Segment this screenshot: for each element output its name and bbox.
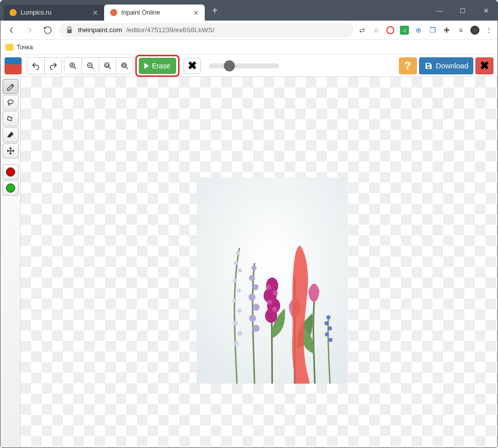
svg-point-16 xyxy=(237,331,242,336)
back-button[interactable] xyxy=(5,23,19,37)
svg-point-13 xyxy=(232,299,236,303)
svg-point-22 xyxy=(253,304,260,311)
zoom-fit-button[interactable] xyxy=(116,58,133,74)
save-icon xyxy=(424,61,433,70)
avatar-icon[interactable] xyxy=(470,26,479,35)
help-button[interactable]: ? xyxy=(399,57,417,74)
lock-icon xyxy=(65,26,74,35)
opera-ext-icon[interactable] xyxy=(386,26,395,35)
svg-point-32 xyxy=(272,307,277,312)
svg-point-35 xyxy=(328,326,332,330)
erase-button[interactable]: Erase xyxy=(139,58,176,74)
svg-point-4 xyxy=(122,63,126,67)
polygon-tool[interactable] xyxy=(3,111,19,126)
mask-green-color[interactable] xyxy=(3,181,19,196)
slider-thumb[interactable] xyxy=(224,60,235,71)
tab-lumpics[interactable]: Lumpics.ru ✕ xyxy=(4,5,104,21)
url-path: /editor/4751239/ex6S6LkWS/ xyxy=(126,26,215,34)
playlist-ext-icon[interactable]: ≡ xyxy=(456,26,465,35)
url-host: theinpaint.com xyxy=(78,26,122,34)
app-toolbar: 1:1 Erase ✖ ? Download ✖ xyxy=(1,55,497,77)
undo-button[interactable] xyxy=(27,58,44,74)
svg-point-20 xyxy=(253,284,259,290)
minimize-button[interactable]: — xyxy=(428,1,451,21)
svg-point-11 xyxy=(233,279,237,283)
erase-label: Erase xyxy=(152,62,171,70)
svg-point-10 xyxy=(238,268,242,273)
puzzle-ext-icon[interactable]: ✚ xyxy=(442,26,451,35)
cancel-button[interactable]: ✖ xyxy=(184,58,201,74)
svg-point-17 xyxy=(233,341,238,346)
close-tab-icon[interactable]: ✕ xyxy=(93,9,98,17)
menu-icon[interactable]: ⋮ xyxy=(484,26,493,35)
tab-inpaint[interactable]: Inpaint Online ✕ xyxy=(104,5,205,21)
svg-point-23 xyxy=(249,315,256,322)
brush-size-slider[interactable] xyxy=(209,63,279,68)
svg-point-19 xyxy=(249,275,255,281)
tool-sidebar xyxy=(1,77,21,448)
zoom-in-button[interactable] xyxy=(64,58,81,74)
close-tab-icon[interactable]: ✕ xyxy=(193,9,199,17)
workspace xyxy=(1,77,497,448)
zoom-1to1-button[interactable]: 1:1 xyxy=(99,58,116,74)
favicon-lumpics-icon xyxy=(10,9,17,16)
translate-icon[interactable]: ⇄ xyxy=(358,26,367,35)
svg-point-12 xyxy=(237,289,241,293)
tab-title: Inpaint Online xyxy=(121,9,160,16)
redo-button[interactable] xyxy=(44,58,61,74)
window-controls: — ☐ ✕ xyxy=(428,1,497,21)
favicon-inpaint-icon xyxy=(110,9,117,16)
play-icon xyxy=(144,63,149,69)
lasso-tool[interactable] xyxy=(3,95,19,110)
svg-point-33 xyxy=(326,315,330,319)
erase-highlight: Erase xyxy=(135,55,180,77)
svg-point-37 xyxy=(328,338,333,342)
svg-point-18 xyxy=(252,265,257,271)
close-app-button[interactable]: ✖ xyxy=(475,57,493,74)
cube-ext-icon[interactable]: ❒ xyxy=(428,26,437,35)
marker-tool[interactable] xyxy=(3,79,19,94)
svg-point-5 xyxy=(8,100,13,104)
maximize-button[interactable]: ☐ xyxy=(451,1,474,21)
window-titlebar: Lumpics.ru ✕ Inpaint Online ✕ + — ☐ ✕ xyxy=(1,1,497,21)
eraser-tool[interactable] xyxy=(3,127,19,142)
svg-point-15 xyxy=(233,321,238,326)
forward-button[interactable] xyxy=(23,23,37,37)
tab-title: Lumpics.ru xyxy=(21,9,51,16)
svg-text:1:1: 1:1 xyxy=(105,63,109,66)
bookmarks-bar: Точка xyxy=(1,40,497,55)
svg-point-9 xyxy=(234,261,238,265)
new-tab-button[interactable]: + xyxy=(208,4,222,18)
mask-red-color[interactable] xyxy=(3,164,19,180)
reload-button[interactable] xyxy=(41,23,55,37)
svg-point-8 xyxy=(236,251,240,255)
canvas-area[interactable] xyxy=(21,77,497,448)
download-button[interactable]: Download xyxy=(419,57,474,74)
star-icon[interactable]: ☆ xyxy=(372,26,381,35)
app-logo-icon xyxy=(5,57,22,74)
url-field[interactable]: theinpaint.com/editor/4751239/ex6S6LkWS/ xyxy=(59,23,354,37)
extensions-row: ⇄ ☆ ♫ ⊕ ❒ ✚ ≡ ⋮ xyxy=(358,26,493,35)
move-tool[interactable] xyxy=(3,143,19,158)
folder-icon xyxy=(6,44,14,51)
svg-point-14 xyxy=(237,309,241,313)
svg-point-21 xyxy=(248,294,256,301)
svg-point-30 xyxy=(273,291,278,296)
address-bar: theinpaint.com/editor/4751239/ex6S6LkWS/… xyxy=(1,21,497,40)
svg-point-34 xyxy=(324,321,328,325)
zoom-out-button[interactable] xyxy=(81,58,99,74)
svg-point-29 xyxy=(266,285,271,290)
svg-point-36 xyxy=(325,332,329,336)
svg-point-24 xyxy=(253,325,260,332)
music-ext-icon[interactable]: ♫ xyxy=(400,26,409,35)
globe-ext-icon[interactable]: ⊕ xyxy=(414,26,423,35)
bookmark-item[interactable]: Точка xyxy=(17,44,33,51)
svg-point-31 xyxy=(267,300,272,305)
download-label: Download xyxy=(436,62,469,70)
edited-image[interactable] xyxy=(197,177,348,384)
close-window-button[interactable]: ✕ xyxy=(474,1,497,21)
